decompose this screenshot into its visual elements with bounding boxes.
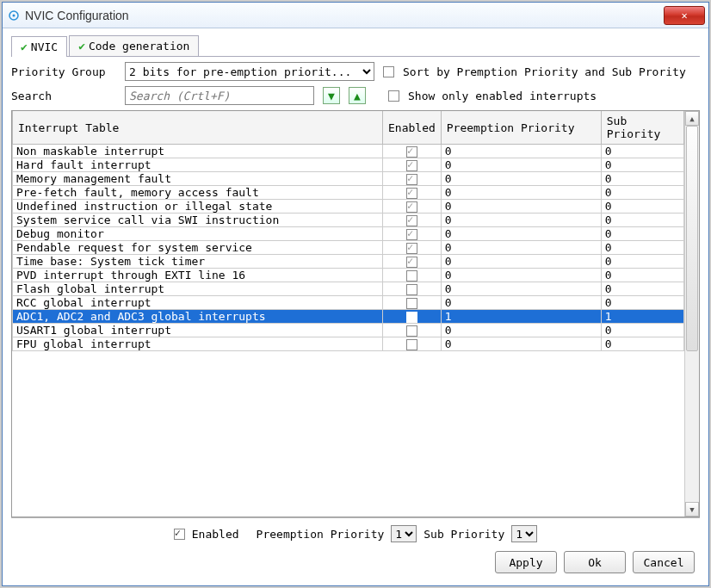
row-enabled-checkbox[interactable]: [406, 284, 417, 295]
cell-enabled[interactable]: [383, 158, 442, 172]
check-icon: ✔: [78, 40, 85, 53]
cell-enabled[interactable]: [383, 241, 442, 255]
scroll-down-icon[interactable]: ▼: [685, 502, 699, 517]
table-row[interactable]: Memory management fault00: [13, 172, 684, 186]
cell-pre: 0: [441, 269, 601, 282]
sort-checkbox[interactable]: [383, 66, 394, 77]
table-row[interactable]: Flash global interrupt00: [13, 282, 684, 296]
table-row[interactable]: System service call via SWI instruction0…: [13, 214, 684, 227]
cell-enabled[interactable]: [383, 255, 442, 269]
tab-codegen[interactable]: ✔ Code generation: [69, 35, 199, 56]
interrupt-table-wrap: Interrupt Table Enabled Preemption Prior…: [11, 110, 700, 517]
priority-group-select[interactable]: 2 bits for pre-emption priorit...: [125, 62, 374, 81]
cell-sub: 0: [601, 241, 683, 255]
cell-enabled[interactable]: [383, 324, 442, 337]
col-preemption[interactable]: Preemption Priority: [441, 111, 601, 145]
table-row[interactable]: Hard fault interrupt00: [13, 158, 684, 172]
row-enabled-checkbox[interactable]: [406, 243, 417, 254]
cell-pre: 0: [441, 145, 601, 158]
scroll-up-icon[interactable]: ▲: [685, 111, 699, 126]
show-enabled-checkbox[interactable]: [388, 90, 399, 102]
cell-enabled[interactable]: [383, 186, 442, 200]
edit-enabled-label: Enabled: [192, 528, 239, 541]
table-row[interactable]: Undefined instruction or illegal state00: [13, 200, 684, 214]
row-enabled-checkbox[interactable]: [406, 146, 417, 158]
sort-label: Sort by Premption Priority and Sub Prori…: [403, 65, 686, 78]
table-row[interactable]: Pendable request for system service00: [13, 241, 684, 255]
cell-sub: 0: [601, 172, 683, 186]
tab-nvic[interactable]: ✔ NVIC: [11, 36, 67, 57]
tab-bar: ✔ NVIC ✔ Code generation: [11, 35, 700, 57]
cell-pre: 0: [441, 296, 601, 310]
table-row[interactable]: PVD interrupt through EXTI line 1600: [13, 269, 684, 282]
table-row[interactable]: Non maskable interrupt00: [13, 145, 684, 158]
cell-name: FPU global interrupt: [13, 337, 383, 351]
cell-enabled[interactable]: [383, 172, 442, 186]
cell-enabled[interactable]: [383, 310, 442, 324]
scroll-thumb[interactable]: [686, 126, 698, 351]
col-interrupt[interactable]: Interrupt Table: [13, 111, 383, 145]
close-icon: ✕: [681, 9, 687, 22]
row-enabled-checkbox[interactable]: [406, 160, 417, 171]
table-row[interactable]: FPU global interrupt00: [13, 337, 684, 351]
cell-name: Flash global interrupt: [13, 282, 383, 296]
cancel-button[interactable]: Cancel: [633, 551, 695, 573]
vertical-scrollbar[interactable]: ▲ ▼: [684, 111, 699, 517]
cell-name: Hard fault interrupt: [13, 158, 383, 172]
close-button[interactable]: ✕: [664, 6, 705, 25]
row-enabled-checkbox[interactable]: [406, 298, 417, 309]
cell-enabled[interactable]: [383, 145, 442, 158]
nvic-config-window: NVIC Configuration ✕ ✔ NVIC ✔ Code gener…: [2, 2, 709, 586]
cell-sub: 0: [601, 214, 683, 227]
cell-sub: 0: [601, 282, 683, 296]
cell-name: USART1 global interrupt: [13, 324, 383, 337]
row-enabled-checkbox[interactable]: [406, 201, 417, 213]
edit-enabled-checkbox[interactable]: [174, 529, 185, 540]
cell-name: Pre-fetch fault, memory access fault: [13, 186, 383, 200]
ok-button[interactable]: Ok: [564, 551, 626, 573]
cell-sub: 0: [601, 227, 683, 241]
cell-enabled[interactable]: [383, 337, 442, 351]
edit-pre-select[interactable]: 1: [391, 525, 417, 542]
row-enabled-checkbox[interactable]: [406, 229, 417, 240]
check-icon: ✔: [21, 40, 28, 53]
cell-name: System service call via SWI instruction: [13, 214, 383, 227]
cell-enabled[interactable]: [383, 282, 442, 296]
row-enabled-checkbox[interactable]: [406, 339, 417, 350]
cell-sub: 0: [601, 158, 683, 172]
priority-group-label: Priority Group: [11, 65, 116, 78]
row-enabled-checkbox[interactable]: [406, 270, 417, 282]
col-sub[interactable]: Sub Priority: [601, 111, 683, 145]
table-row[interactable]: RCC global interrupt00: [13, 296, 684, 310]
arrow-up-icon: ▲: [354, 90, 361, 102]
table-row[interactable]: USART1 global interrupt00: [13, 324, 684, 337]
search-input[interactable]: [125, 86, 314, 105]
row-enabled-checkbox[interactable]: [406, 188, 417, 199]
row-enabled-checkbox[interactable]: [406, 312, 417, 323]
cell-enabled[interactable]: [383, 200, 442, 214]
svg-point-1: [13, 14, 15, 16]
table-row[interactable]: Pre-fetch fault, memory access fault00: [13, 186, 684, 200]
apply-button[interactable]: Apply: [495, 551, 557, 573]
table-header-row: Interrupt Table Enabled Preemption Prior…: [13, 111, 684, 145]
cell-enabled[interactable]: [383, 269, 442, 282]
cell-pre: 0: [441, 282, 601, 296]
tab-label: NVIC: [31, 40, 58, 53]
cell-pre: 0: [441, 200, 601, 214]
cell-enabled[interactable]: [383, 296, 442, 310]
cell-pre: 0: [441, 255, 601, 269]
interrupt-table: Interrupt Table Enabled Preemption Prior…: [12, 111, 684, 351]
search-next-button[interactable]: ▼: [323, 87, 340, 104]
cell-enabled[interactable]: [383, 214, 442, 227]
table-row[interactable]: ADC1, ADC2 and ADC3 global interrupts11: [13, 310, 684, 324]
table-row[interactable]: Debug monitor00: [13, 227, 684, 241]
edit-sub-select[interactable]: 1: [511, 525, 537, 542]
row-enabled-checkbox[interactable]: [406, 257, 417, 268]
cell-enabled[interactable]: [383, 227, 442, 241]
row-enabled-checkbox[interactable]: [406, 215, 417, 226]
table-row[interactable]: Time base: System tick timer00: [13, 255, 684, 269]
col-enabled[interactable]: Enabled: [383, 111, 442, 145]
row-enabled-checkbox[interactable]: [406, 174, 417, 185]
row-enabled-checkbox[interactable]: [406, 325, 417, 337]
search-prev-button[interactable]: ▲: [349, 87, 366, 104]
